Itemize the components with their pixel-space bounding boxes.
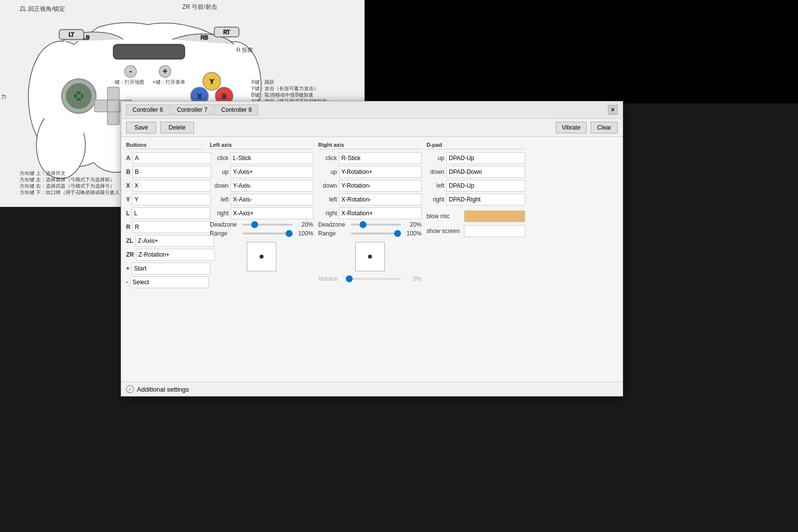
btn-label-b: B: [126, 168, 131, 175]
svg-text:X键：跳跃: X键：跳跃: [251, 79, 274, 85]
buttons-section: Buttons A B X Y L R: [126, 142, 205, 377]
left-joystick-dot: [260, 255, 264, 259]
right-axis-left-input[interactable]: [339, 194, 422, 205]
btn-input-plus[interactable]: [132, 263, 210, 274]
left-axis-down-input[interactable]: [231, 180, 313, 192]
show-screen-input[interactable]: [464, 225, 525, 237]
btn-input-b[interactable]: [133, 166, 211, 178]
btn-input-r[interactable]: [133, 221, 211, 233]
left-axis-left-row: left: [210, 194, 313, 205]
additional-settings[interactable]: ✓ Additional settings: [121, 382, 623, 396]
svg-text:-键：打开地图: -键：打开地图: [113, 79, 144, 85]
btn-input-y[interactable]: [132, 194, 211, 205]
left-axis-click-input[interactable]: [231, 152, 313, 164]
btn-label-r: R: [126, 224, 131, 231]
volume-slider[interactable]: [346, 278, 401, 280]
svg-text:方向键 上：选择符文: 方向键 上：选择符文: [20, 170, 66, 176]
left-deadzone-value: 20%: [296, 221, 313, 228]
right-axis-section: Right axis click up down left right: [318, 142, 422, 377]
svg-text:LT: LT: [69, 32, 74, 37]
right-axis-click-row: click: [318, 152, 422, 164]
right-range-slider[interactable]: [351, 233, 401, 234]
svg-text:+: +: [163, 67, 167, 75]
btn-input-x[interactable]: [132, 180, 211, 192]
left-axis-left-input[interactable]: [231, 194, 313, 205]
dpad-down-row: down: [427, 166, 525, 178]
svg-text:ZL 回正视角/锁定: ZL 回正视角/锁定: [20, 5, 65, 12]
left-axis-right-input[interactable]: [231, 207, 313, 219]
btn-input-minus[interactable]: [130, 276, 209, 288]
svg-text:RT: RT: [223, 30, 230, 35]
clear-button[interactable]: Clear: [591, 122, 618, 133]
btn-label-minus: -: [126, 279, 128, 286]
dpad-left-input[interactable]: [446, 180, 525, 192]
close-button[interactable]: ×: [608, 105, 618, 115]
button-row-b: B: [126, 166, 205, 178]
left-axis-up-input[interactable]: [231, 166, 313, 178]
right-axis-right-label: right: [318, 210, 337, 217]
right-axis-click-input[interactable]: [339, 152, 422, 164]
btn-input-zr[interactable]: [136, 249, 215, 261]
tab-controller7[interactable]: Controller 7: [170, 104, 214, 115]
left-axis-up-row: up: [210, 166, 313, 178]
right-axis-title: Right axis: [318, 142, 422, 149]
svg-text:B键：取消/移动中按B键加速: B键：取消/移动中按B键加速: [251, 92, 313, 98]
dpad-right-label: right: [427, 196, 444, 203]
blow-mic-label: blow mic: [427, 213, 461, 220]
right-axis-down-input[interactable]: [339, 180, 422, 192]
svg-text:力: 力: [1, 94, 6, 100]
volume-row: Volume 0%: [318, 275, 422, 282]
btn-input-zl[interactable]: [135, 235, 214, 247]
right-axis-up-input[interactable]: [339, 166, 422, 178]
btn-input-l[interactable]: [132, 207, 210, 219]
dpad-up-input[interactable]: [446, 152, 525, 164]
left-deadzone-label: Deadzone: [210, 221, 239, 228]
show-screen-row: show screen: [427, 225, 525, 237]
controller-config-dialog: Controller 6 Controller 7 Controller 8 ×…: [121, 101, 623, 397]
blow-mic-input[interactable]: [464, 210, 525, 222]
right-axis-up-row: up: [318, 166, 422, 178]
left-deadzone-row: Deadzone 20%: [210, 221, 313, 228]
left-axis-left-label: left: [210, 196, 229, 203]
right-axis-right-input[interactable]: [339, 207, 422, 219]
right-axis-up-label: up: [318, 168, 337, 175]
save-button[interactable]: Save: [126, 122, 156, 133]
left-deadzone-slider[interactable]: [242, 224, 293, 226]
svg-text:方向键 左：选择盾牌（弓模式下为选择前）: 方向键 左：选择盾牌（弓模式下为选择前）: [20, 177, 115, 182]
button-row-plus: +: [126, 263, 205, 274]
right-range-value: 100%: [404, 230, 422, 237]
svg-rect-19: [95, 100, 107, 112]
tab-controller8[interactable]: Controller 8: [215, 104, 258, 115]
right-deadzone-slider[interactable]: [351, 224, 401, 226]
main-content: Buttons A B X Y L R: [121, 137, 623, 382]
dpad-up-label: up: [427, 155, 444, 162]
dpad-down-label: down: [427, 168, 444, 175]
button-row-y: Y: [126, 194, 205, 205]
vibrate-button[interactable]: Vibrate: [556, 122, 587, 133]
left-axis-click-row: click: [210, 152, 313, 164]
right-axis-down-row: down: [318, 180, 422, 192]
btn-label-zl: ZL: [126, 237, 133, 244]
button-row-l: L: [126, 207, 205, 219]
button-row-minus: -: [126, 276, 205, 288]
btn-input-a[interactable]: [133, 152, 211, 164]
left-range-slider[interactable]: [242, 233, 293, 234]
svg-text:-: -: [130, 68, 132, 75]
dpad-right-input[interactable]: [446, 194, 525, 205]
button-row-x: X: [126, 180, 205, 192]
dpad-down-input[interactable]: [446, 166, 525, 178]
left-axis-section: Left axis click up down left right: [210, 142, 313, 377]
dialog-tabs: Controller 6 Controller 7 Controller 8: [126, 104, 258, 115]
delete-button[interactable]: Delete: [160, 122, 194, 133]
btn-label-x: X: [126, 182, 130, 189]
show-screen-label: show screen: [427, 228, 461, 234]
additional-settings-icon: ✓: [126, 385, 134, 393]
svg-text:X: X: [198, 93, 201, 100]
btn-label-l: L: [126, 210, 130, 217]
tab-controller6[interactable]: Controller 6: [126, 104, 169, 115]
buttons-section-title: Buttons: [126, 142, 205, 149]
left-axis-title: Left axis: [210, 142, 313, 149]
svg-rect-18: [107, 112, 119, 125]
right-joystick-display: [355, 242, 385, 271]
right-joystick-dot: [368, 255, 372, 259]
